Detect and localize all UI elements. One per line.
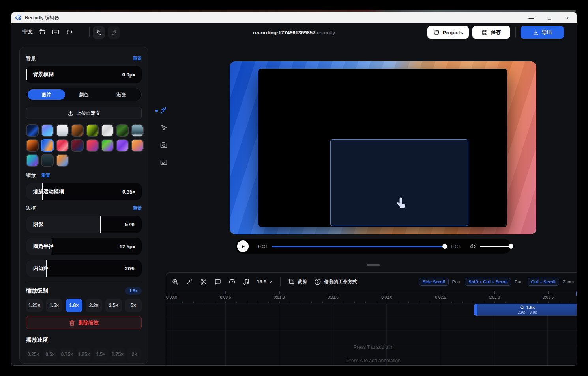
upload-custom-button[interactable]: 上传自定义	[26, 107, 142, 119]
ruler-minor-tick	[441, 302, 441, 303]
cursor-tool-icon[interactable]	[160, 124, 168, 132]
background-thumbnail[interactable]	[86, 124, 99, 137]
seek-knob[interactable]	[442, 244, 447, 249]
seek-bar[interactable]	[272, 246, 448, 247]
zoom-level-option[interactable]: 1.8×	[66, 299, 82, 312]
crop-button[interactable]: 裁剪	[288, 278, 307, 285]
ruler-minor-tick	[419, 302, 419, 303]
speed-gauge-icon[interactable]	[228, 278, 236, 285]
background-thumbnail[interactable]	[71, 124, 84, 137]
thumbnail-grid	[26, 124, 142, 167]
ruler-tick-label: 0:01.0	[274, 295, 285, 300]
background-thumbnail[interactable]	[71, 139, 84, 152]
playhead-handle[interactable]	[576, 290, 577, 296]
video-preview[interactable]	[230, 61, 536, 234]
volume-knob[interactable]	[509, 244, 513, 249]
background-thumbnail[interactable]	[41, 154, 54, 167]
ruler-major-tick	[172, 291, 172, 294]
speed-option[interactable]: 1.25×	[77, 348, 91, 361]
ruler-minor-tick	[484, 302, 484, 303]
ai-effects-icon[interactable]	[159, 106, 167, 114]
background-blur-slider[interactable]: 背景模糊 0.0px	[26, 66, 142, 83]
background-thumbnail[interactable]	[116, 124, 129, 137]
timeline-zoom-block[interactable]: 1.8× 2.9s – 3.9s	[474, 304, 577, 316]
export-button[interactable]: 导出	[521, 26, 564, 39]
timeline-track[interactable]: 1.8× 2.9s – 3.9s Press T to add trimPres…	[166, 303, 577, 366]
background-thumbnail[interactable]	[131, 124, 144, 137]
zoom-level-option[interactable]: 3.5×	[105, 299, 122, 312]
maximize-button[interactable]: □	[540, 12, 558, 23]
background-thumbnail[interactable]	[26, 139, 39, 152]
trim-help-button[interactable]: 修剪的工作方式	[314, 278, 357, 285]
music-note-icon[interactable]	[243, 278, 250, 285]
panel-resize-handle[interactable]	[367, 264, 380, 266]
speaker-icon[interactable]	[470, 243, 476, 249]
zoom-level-option[interactable]: 1.5×	[46, 299, 62, 312]
background-thumbnail[interactable]	[131, 139, 144, 152]
speed-option[interactable]: 0.25×	[26, 348, 41, 361]
volume-fill	[480, 246, 511, 247]
timeline-ruler[interactable]: 0:00.00:00.50:01.00:01.50:02.00:02.50:03…	[166, 291, 577, 303]
save-button[interactable]: 保存	[472, 26, 510, 39]
border-slider-value: 67%	[125, 222, 135, 227]
background-thumbnail[interactable]	[41, 124, 54, 137]
play-button[interactable]	[237, 240, 249, 252]
zoom-in-icon[interactable]	[172, 278, 179, 285]
background-thumbnail[interactable]	[116, 139, 129, 152]
border-slider-2[interactable]: 内边距20%	[26, 260, 142, 277]
border-slider-0[interactable]: 阴影67%	[26, 216, 142, 233]
captions-tool-icon[interactable]	[160, 158, 168, 166]
background-thumbnail[interactable]	[56, 154, 69, 167]
zoom-block-range: 2.9s – 3.9s	[518, 310, 537, 315]
save-label: 保存	[491, 29, 501, 36]
background-tab-2[interactable]: 渐变	[103, 89, 140, 100]
zoom-section-title: 缩放	[26, 172, 36, 179]
background-thumbnail[interactable]	[86, 139, 99, 152]
zoom-level-option[interactable]: 1.25×	[26, 299, 43, 312]
speed-option[interactable]: 0.5×	[43, 348, 58, 361]
ruler-minor-tick	[548, 302, 549, 303]
background-thumbnail[interactable]	[101, 139, 114, 152]
speed-option[interactable]: 1.5×	[94, 348, 108, 361]
background-thumbnail[interactable]	[101, 124, 114, 137]
zoom-selection-box[interactable]	[330, 139, 468, 226]
close-button[interactable]: ×	[558, 12, 577, 23]
background-thumbnail[interactable]	[41, 139, 54, 152]
delete-zoom-button[interactable]: 删除缩放	[26, 316, 142, 329]
zoom-motion-blur-value: 0.35×	[122, 189, 135, 195]
background-tab-1[interactable]: 颜色	[65, 89, 103, 100]
ruler-minor-tick	[204, 302, 204, 303]
trash-icon	[69, 320, 75, 326]
minimize-button[interactable]: —	[522, 12, 540, 23]
background-reset-link[interactable]: 重置	[133, 56, 142, 61]
magic-wand-icon[interactable]	[186, 278, 193, 285]
zoom-reset-link[interactable]: 重置	[41, 173, 50, 179]
aspect-ratio-dropdown[interactable]: 16:9	[257, 279, 273, 285]
background-thumbnail[interactable]	[26, 124, 39, 137]
save-icon	[482, 30, 488, 35]
speed-option[interactable]: 2×	[127, 348, 142, 361]
border-reset-link[interactable]: 重置	[133, 205, 142, 211]
camera-tool-icon[interactable]	[160, 141, 168, 149]
zoom-level-option[interactable]: 5×	[125, 299, 142, 312]
ruler-tick-label: 0:00.5	[220, 295, 231, 300]
annotation-icon[interactable]	[214, 278, 221, 285]
volume-bar[interactable]	[480, 246, 511, 247]
ruler-minor-tick	[322, 302, 323, 303]
active-tool-dot	[155, 110, 158, 112]
zoom-level-option[interactable]: 2.2×	[86, 299, 102, 312]
background-thumbnail[interactable]	[56, 139, 69, 152]
speed-option[interactable]: 1.75×	[110, 348, 125, 361]
zoom-motion-blur-slider[interactable]: 缩放运动模糊 0.35×	[26, 183, 142, 200]
projects-button[interactable]: Projects	[427, 26, 469, 39]
background-thumbnail[interactable]	[56, 124, 69, 137]
playback-speed-options: 0.25×0.5×0.75×1.25×1.5×1.75×2×	[26, 348, 142, 361]
total-time: 0:03	[451, 244, 460, 249]
background-thumbnail[interactable]	[26, 154, 39, 167]
border-slider-1[interactable]: 圆角半径12.5px	[26, 238, 142, 255]
speed-option[interactable]: 0.75×	[60, 348, 74, 361]
scissors-icon[interactable]	[200, 278, 207, 285]
ruler-minor-tick	[258, 302, 258, 303]
ruler-minor-tick	[473, 302, 473, 303]
background-tab-0[interactable]: 图片	[28, 89, 65, 100]
